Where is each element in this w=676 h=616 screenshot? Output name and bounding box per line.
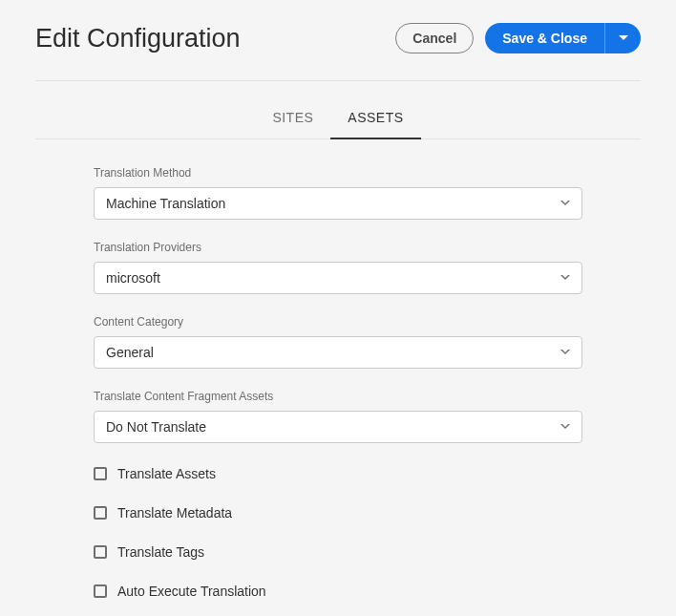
select-value: Do Not Translate	[106, 419, 206, 435]
checkbox-translate-assets[interactable]: Translate Assets	[94, 466, 582, 481]
form: Translation Method Machine Translation T…	[35, 139, 641, 599]
select-content-category[interactable]: General	[94, 336, 582, 369]
label-translate-cf-assets: Translate Content Fragment Assets	[94, 390, 582, 403]
select-translate-cf-assets[interactable]: Do Not Translate	[94, 411, 582, 443]
field-translation-method: Translation Method Machine Translation	[94, 166, 582, 220]
save-button-group: Save & Close	[485, 23, 641, 53]
chevron-down-icon	[560, 424, 570, 430]
page-title: Edit Configuration	[35, 24, 241, 53]
field-content-category: Content Category General	[94, 315, 582, 369]
checkbox-input[interactable]	[94, 584, 107, 598]
cancel-button[interactable]: Cancel	[395, 23, 474, 53]
page-header: Edit Configuration Cancel Save & Close	[35, 23, 641, 81]
checkbox-translate-tags[interactable]: Translate Tags	[94, 544, 582, 560]
tab-sites[interactable]: SITES	[255, 98, 330, 139]
header-actions: Cancel Save & Close	[395, 23, 641, 53]
checkbox-input[interactable]	[94, 545, 107, 559]
select-value: Machine Translation	[106, 196, 225, 211]
checkbox-label: Translate Assets	[117, 466, 216, 481]
checkbox-label: Auto Execute Translation	[117, 584, 266, 599]
field-translate-cf-assets: Translate Content Fragment Assets Do Not…	[94, 390, 582, 443]
label-translation-providers: Translation Providers	[94, 241, 582, 254]
label-content-category: Content Category	[94, 315, 582, 329]
chevron-down-icon	[619, 35, 628, 41]
save-close-button[interactable]: Save & Close	[485, 23, 604, 53]
select-translation-method[interactable]: Machine Translation	[94, 187, 582, 220]
checkbox-label: Translate Metadata	[117, 505, 232, 520]
tabs: SITES ASSETS	[35, 98, 641, 139]
checkbox-auto-execute[interactable]: Auto Execute Translation	[94, 584, 582, 599]
field-translation-providers: Translation Providers microsoft	[94, 241, 582, 294]
chevron-down-icon	[560, 201, 570, 206]
label-translation-method: Translation Method	[94, 166, 582, 180]
chevron-down-icon	[560, 275, 570, 281]
checkbox-group: Translate Assets Translate Metadata Tran…	[94, 466, 582, 599]
checkbox-input[interactable]	[94, 506, 107, 520]
select-translation-providers[interactable]: microsoft	[94, 262, 582, 294]
checkbox-input[interactable]	[94, 467, 107, 480]
chevron-down-icon	[560, 350, 570, 355]
save-dropdown-button[interactable]	[604, 23, 641, 53]
tab-assets[interactable]: ASSETS	[330, 98, 420, 139]
select-value: General	[106, 345, 154, 360]
checkbox-label: Translate Tags	[117, 544, 204, 560]
checkbox-translate-metadata[interactable]: Translate Metadata	[94, 505, 582, 520]
select-value: microsoft	[106, 270, 160, 286]
